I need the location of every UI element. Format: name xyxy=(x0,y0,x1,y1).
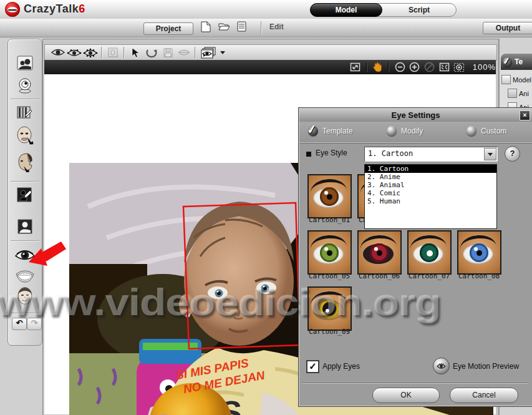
crazytalk-lips-logo-icon xyxy=(5,2,20,17)
redo-button[interactable]: ↷ xyxy=(27,318,42,330)
thumbnail-label: Cartoon_08 xyxy=(458,272,500,280)
list-option-human[interactable]: 5. Human xyxy=(365,197,496,205)
app-title: CrazyTalk6 xyxy=(24,2,85,16)
dialog-divider xyxy=(302,383,528,384)
eye-detail-points-icon[interactable] xyxy=(82,46,99,59)
sidebar-divider xyxy=(11,99,39,100)
eye-motion-preview-button[interactable] xyxy=(433,358,450,374)
cancel-button[interactable]: Cancel xyxy=(450,388,518,403)
tab-custom[interactable]: Custom xyxy=(467,126,506,136)
thumbnail-label: Cartoon_01 xyxy=(309,216,350,224)
bullet-square-icon xyxy=(306,152,311,157)
main-toolbar: Project xyxy=(0,19,532,37)
thumbnail-label: Cartoon_07 xyxy=(409,272,450,280)
pan-hand-icon[interactable] xyxy=(370,61,385,74)
lips-tool-icon xyxy=(176,46,192,59)
radio-icon xyxy=(467,126,476,136)
background-edit-icon[interactable] xyxy=(13,103,37,123)
eye-thumbnail-cartoon-01[interactable] xyxy=(307,174,352,218)
eye-style-label: Eye Style xyxy=(316,149,347,157)
panel-tab-label: Te xyxy=(515,57,523,66)
mode-switch: Model Script xyxy=(310,3,457,17)
red-callout-arrow xyxy=(25,241,66,270)
thumbnail-label: Cartoon_09 xyxy=(309,328,350,336)
edit-mode-label[interactable]: Edit xyxy=(269,22,284,31)
eye-thumbnail-cartoon-09[interactable] xyxy=(307,286,352,331)
zoom-level-value[interactable]: 100% xyxy=(473,62,496,72)
tree-item-animation-1[interactable]: Ani xyxy=(508,89,529,98)
dialog-title: Eye Settings xyxy=(299,109,532,122)
undo-button[interactable]: ↶ xyxy=(12,318,27,330)
model-node-icon xyxy=(501,75,511,84)
list-option-animal[interactable]: 3. Animal xyxy=(365,181,496,189)
tab-template[interactable]: ✓ Template xyxy=(308,126,353,136)
dialog-close-button[interactable]: × xyxy=(520,110,530,120)
toolbar-separator xyxy=(101,47,102,58)
eye-fitting-points-icon[interactable] xyxy=(66,46,82,59)
zoom-in-icon[interactable] xyxy=(407,61,422,74)
resize-window-icon[interactable] xyxy=(348,61,363,74)
tool-sidebar: ↶ ↷ xyxy=(7,39,42,346)
fitting-points-front-icon[interactable] xyxy=(13,125,37,145)
toolbar-separator xyxy=(366,62,367,72)
help-button[interactable]: ? xyxy=(505,146,520,162)
ok-button[interactable]: OK xyxy=(372,388,440,403)
list-option-anime[interactable]: 2. Anime xyxy=(365,173,496,181)
preview-dropdown-caret-icon[interactable] xyxy=(220,51,225,54)
app-title-text: CrazyTalk xyxy=(24,2,79,15)
rotate-tool-icon[interactable] xyxy=(143,46,160,59)
canvas-toolbar-zoom: 100% xyxy=(44,60,496,74)
apply-eyes-label: Apply Eyes xyxy=(322,362,360,371)
eye-thumbnail-cartoon-08[interactable] xyxy=(457,230,501,275)
tree-item-model[interactable]: Model xyxy=(501,75,531,84)
app-version: 6 xyxy=(79,2,85,15)
eye-icon xyxy=(437,363,446,369)
save-project-icon[interactable] xyxy=(237,21,249,34)
edit-model-icon[interactable] xyxy=(13,185,37,205)
fit-to-window-icon[interactable] xyxy=(437,61,452,74)
tab-modify[interactable]: Modify xyxy=(387,126,423,136)
list-option-comic[interactable]: 4. Comic xyxy=(365,189,496,197)
select-cursor-icon[interactable] xyxy=(127,46,143,59)
show-eyes-icon[interactable] xyxy=(50,46,66,59)
eye-thumbnail-cartoon-05[interactable] xyxy=(307,230,352,275)
radio-icon xyxy=(387,126,397,136)
eye-settings-dialog: Eye Settings × ✓ Template Modify Custom … xyxy=(298,107,532,407)
eye-thumbnail-cartoon-07[interactable] xyxy=(407,230,452,275)
open-project-icon[interactable] xyxy=(218,21,231,34)
project-button[interactable]: Project xyxy=(143,22,193,35)
template-panel-tab[interactable]: ✓ Te xyxy=(501,54,532,70)
apply-eyes-checkbox[interactable]: ✓ xyxy=(306,360,319,373)
eye-thumbnail-cartoon-06[interactable] xyxy=(357,230,402,275)
toolbar-separator xyxy=(123,47,125,58)
eye-motion-preview-label: Eye Motion Preview xyxy=(453,362,519,371)
zoom-out-icon[interactable] xyxy=(392,61,407,74)
new-project-icon[interactable] xyxy=(201,21,213,34)
dropdown-arrow-button[interactable] xyxy=(484,148,496,160)
save-mask-icon xyxy=(160,46,176,59)
check-sphere-icon: ✓ xyxy=(503,57,512,67)
eye-style-value: 1. Cartoon xyxy=(368,149,413,158)
eye-style-open-list: 1. Cartoon 2. Anime 3. Animal 4. Comic 5… xyxy=(364,164,497,229)
thumbnail-label: Cartoon_05 xyxy=(309,272,350,280)
toolbar-separator xyxy=(195,47,196,58)
list-option-cartoon[interactable]: 1. Cartoon xyxy=(365,165,496,173)
fitting-points-profile-icon[interactable] xyxy=(13,152,37,172)
face-settings-icon[interactable] xyxy=(13,286,37,306)
model-profile-icon[interactable] xyxy=(13,217,37,237)
sidebar-divider xyxy=(11,313,39,314)
toolbar-separator xyxy=(261,21,262,34)
webcam-capture-icon[interactable] xyxy=(13,76,37,95)
zoom-region-icon[interactable] xyxy=(452,61,467,74)
eye-style-dropdown[interactable]: 1. Cartoon xyxy=(364,147,498,162)
preview-mode-icon[interactable] xyxy=(198,46,218,59)
eye-style-row: Eye Style 1. Cartoon ? xyxy=(299,147,532,163)
chevron-down-icon xyxy=(488,153,493,156)
model-mode-button[interactable]: Model xyxy=(310,3,382,17)
import-image-icon[interactable] xyxy=(13,53,37,73)
mask-tool-icon xyxy=(105,46,121,59)
zoom-disabled-icon xyxy=(422,61,437,74)
output-button[interactable]: Output xyxy=(483,22,532,34)
script-mode-button[interactable]: Script xyxy=(382,4,456,16)
template-check-icon: ✓ xyxy=(308,126,318,136)
